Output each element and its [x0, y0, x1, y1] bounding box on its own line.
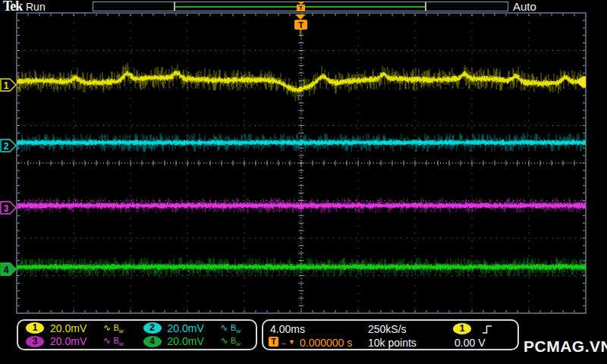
record-length-readout: 10k points	[368, 337, 417, 349]
svg-text:3: 3	[4, 203, 9, 214]
trigger-source-badge: 1	[453, 323, 471, 334]
channel-2-readout: 220.0mV∿ Bw	[137, 322, 255, 335]
oscilloscope-screen: 1234T Tek Run T Auto 120.0mV∿ Bw220.0mV∿…	[0, 0, 607, 364]
trigger-position-flag[interactable]: T	[294, 14, 307, 36]
channel-1-scale-readout: 20.0mV	[50, 322, 97, 334]
scope-display: 1234T	[0, 0, 607, 364]
window-bracket-right-icon	[425, 2, 426, 11]
acquisition-status: Run	[26, 1, 46, 13]
triangle-down-icon: ▼	[288, 338, 295, 346]
trigger-position-readout: 0.000000 s	[300, 337, 352, 349]
record-view-bar: T	[93, 2, 508, 11]
svg-text:T: T	[298, 20, 304, 30]
channel-3-readout: 320.0mV∿ Bw	[20, 335, 137, 349]
trigger-t-icon: T	[297, 5, 305, 11]
bandwidth-limit-icon: Bw	[231, 336, 241, 345]
channel-readout-box: 120.0mV∿ Bw220.0mV∿ Bw320.0mV∿ Bw420.0mV…	[17, 319, 257, 350]
ac-coupling-icon: ∿	[221, 322, 231, 333]
channel-3-position-marker[interactable]: 3	[1, 202, 16, 214]
ac-coupling-icon: ∿	[221, 335, 231, 346]
record-trigger-position-marker[interactable]: T	[296, 2, 306, 11]
ac-coupling-icon: ∿	[103, 335, 113, 346]
channel-3-badge: 3	[26, 336, 44, 347]
trigger-mode-status: Auto	[513, 0, 536, 13]
svg-text:1: 1	[4, 80, 9, 91]
channel-4-scale-readout: 20.0mV	[168, 335, 215, 347]
window-bracket-left-icon	[174, 2, 175, 11]
bandwidth-limit-icon: Bw	[231, 323, 241, 332]
ac-coupling-bandwidth-icons: ∿ Bw	[103, 322, 124, 334]
channel-4-readout: 420.0mV∿ Bw	[137, 335, 255, 349]
ac-coupling-icon: ∿	[103, 322, 113, 333]
channel-4-badge: 4	[143, 336, 162, 347]
sample-rate-readout: 250kS/s	[368, 323, 407, 335]
channel-readout-grid: 120.0mV∿ Bw220.0mV∿ Bw320.0mV∿ Bw420.0mV…	[18, 321, 256, 349]
trigger-level-readout: 0.00 V	[454, 337, 485, 349]
horizontal-trigger-readout-box: 4.00ms 250kS/s 1 T → ▼ 0.000000 s 10k po…	[262, 319, 519, 350]
channel-4-position-marker[interactable]: 4	[1, 263, 16, 275]
ac-coupling-bandwidth-icons: ∿ Bw	[221, 322, 241, 334]
channel-2-position-marker[interactable]: 2	[1, 140, 16, 152]
tek-logo: Tek	[3, 0, 22, 14]
watermark: PCMAG.VN	[524, 337, 607, 356]
channel-2-scale-readout: 20.0mV	[168, 322, 215, 334]
ac-coupling-bandwidth-icons: ∿ Bw	[103, 335, 124, 347]
channel-1-badge: 1	[26, 322, 44, 334]
trigger-t-icon: T	[269, 337, 278, 347]
svg-text:4: 4	[4, 265, 9, 275]
svg-text:2: 2	[4, 141, 9, 152]
rising-edge-icon	[482, 324, 492, 335]
channel-1-readout: 120.0mV∿ Bw	[20, 322, 137, 335]
trigger-position-icon: T → ▼	[269, 337, 295, 347]
ac-coupling-bandwidth-icons: ∿ Bw	[221, 335, 241, 347]
bandwidth-limit-icon: Bw	[113, 323, 123, 332]
channel-1-position-marker[interactable]: 1	[1, 79, 16, 91]
top-status-bar: Tek Run T Auto	[0, 0, 607, 14]
channel-2-badge: 2	[143, 322, 162, 334]
timebase-readout: 4.00ms	[270, 323, 305, 335]
arrow-right-icon: →	[279, 337, 288, 347]
channel-3-scale-readout: 20.0mV	[50, 335, 97, 347]
bandwidth-limit-icon: Bw	[113, 336, 123, 345]
